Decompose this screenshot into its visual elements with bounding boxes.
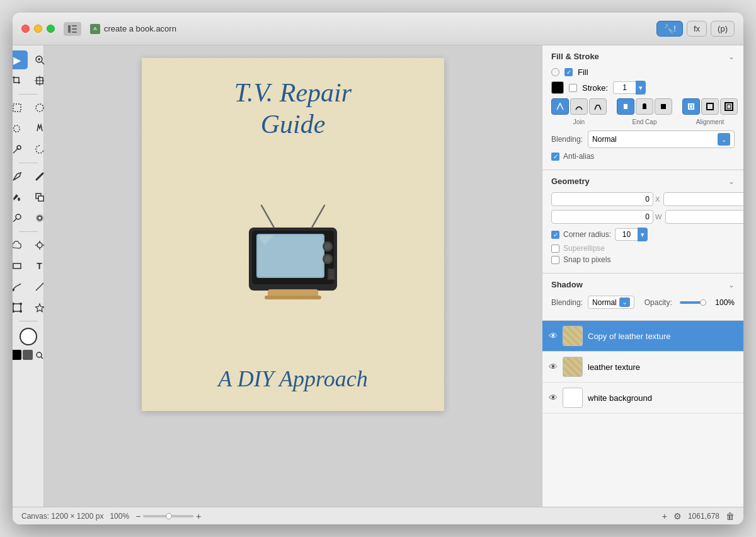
end-cap-square-button[interactable] [655,98,672,115]
xy-row: X Y [551,192,735,206]
svg-point-58 [643,103,646,107]
canvas-area[interactable]: T.V. RepairGuide [44,45,542,507]
shadow-collapse[interactable]: ⌄ [728,280,735,289]
pen-tool-button[interactable] [13,167,28,186]
shadow-blending-select[interactable]: Normal ⌄ [588,296,634,309]
color-circle[interactable] [20,328,37,345]
rect-shape-button[interactable] [13,257,28,275]
black-swatch[interactable] [13,350,21,360]
geometry-collapse[interactable]: ⌄ [728,177,735,186]
zoom-slider-thumb[interactable] [166,513,172,519]
corner-radius-checkbox[interactable]: ✓ [551,231,559,239]
tv-illustration [230,196,356,309]
end-cap-butt-button[interactable] [617,98,634,115]
close-button[interactable] [21,25,30,33]
zoom-level: 100% [110,512,129,521]
zoom-slider-container[interactable]: − + [135,511,201,521]
blending-select[interactable]: Normal ⌄ [588,130,735,148]
tools-sidebar: ▶ [13,45,44,507]
layer-eye-white[interactable]: 👁 [549,393,558,403]
fill-stroke-collapse[interactable]: ⌄ [728,52,735,61]
svg-rect-55 [265,296,321,299]
fx-panel-button[interactable]: fx [687,21,707,37]
zoom-plus-icon[interactable]: + [196,511,201,521]
svg-line-36 [41,357,43,359]
svg-point-17 [16,214,21,219]
coordinates: 1061,678 [688,512,719,521]
svg-line-28 [36,283,43,291]
join-bevel-button[interactable] [589,98,607,115]
superellipse-row: Superellipse [551,244,735,253]
stroke-label: Stroke: [582,83,608,93]
layer-item-leather[interactable]: 👁 leather texture [542,352,743,383]
titlebar-toolbar: 🔧! fx (p) [656,21,735,37]
join-round-button[interactable] [570,98,588,115]
layer-item-white[interactable]: 👁 white background [542,383,743,413]
svg-rect-26 [13,263,21,268]
layer-settings-button[interactable]: ⚙ [673,511,682,521]
vector-shape-button[interactable] [13,298,28,317]
layer-eye-leather[interactable]: 👁 [549,362,558,372]
zoom-minus-icon[interactable]: − [135,511,140,521]
file-tab: A create a book.acorn [90,24,176,34]
cloud-tool-button[interactable] [13,236,28,255]
dodge-tool-button[interactable] [13,209,28,228]
shadow-blending-value: Normal [592,298,617,307]
stroke-dropdown-button[interactable]: ▾ [636,81,646,95]
tools-panel-button[interactable]: 🔧! [656,21,683,37]
layer-item-copy-leather[interactable]: 👁 Copy of leather texture [542,321,743,352]
layer-eye-copy-leather[interactable]: 👁 [549,331,558,341]
zoom-mini-button[interactable] [34,350,45,361]
sidebar-toggle-button[interactable] [64,22,81,36]
anti-alias-row: ✓ Anti-alias [551,152,735,161]
opacity-slider[interactable] [680,301,707,304]
corner-radius-label: Corner radius: [563,230,611,239]
color-quick-access [13,350,45,361]
y-input[interactable] [663,192,743,206]
svg-rect-2 [72,28,77,30]
superellipse-checkbox[interactable] [551,245,559,253]
layer-name-leather: leather texture [588,362,737,372]
align-inside-button[interactable] [682,98,700,115]
stroke-width-input[interactable] [613,81,636,94]
maximize-button[interactable] [47,25,55,33]
w-label: W [655,213,662,221]
add-layer-button[interactable]: + [662,511,667,521]
freehand-select-button[interactable] [13,119,28,138]
anti-alias-checkbox[interactable]: ✓ [551,153,559,161]
opacity-label: Opacity: [644,298,672,307]
opacity-slider-thumb[interactable] [700,299,706,306]
delete-layer-button[interactable]: 🗑 [726,511,735,521]
zoom-slider[interactable] [143,515,193,517]
end-cap-round-button[interactable] [636,98,653,115]
gray-swatch[interactable] [23,350,33,360]
snap-pixels-checkbox[interactable] [551,256,559,264]
x-input[interactable] [551,192,653,206]
h-input[interactable] [665,210,743,224]
select-tool-button[interactable]: ▶ [13,50,28,69]
corner-radius-input[interactable] [615,228,638,241]
corner-radius-dropdown[interactable]: ▾ [638,228,648,241]
svg-marker-34 [35,304,43,312]
minimize-button[interactable] [34,25,42,33]
fill-checkbox[interactable]: ✓ [564,68,573,76]
stroke-checkbox[interactable] [569,84,577,92]
opacity-value: 100% [715,298,735,307]
wand-tool-button[interactable] [13,140,28,159]
align-outside-button[interactable] [720,98,738,115]
stroke-color-swatch[interactable] [551,81,564,94]
bezier-tool-button[interactable] [13,277,28,296]
crop-tool-button[interactable] [13,71,28,90]
svg-rect-64 [725,103,733,110]
join-miter-button[interactable] [551,98,569,115]
scripts-panel-button[interactable]: (p) [711,21,735,37]
rect-select-button[interactable] [13,98,28,117]
book-subtitle: A DIY Approach [218,366,367,392]
fill-tool-button[interactable] [13,188,28,207]
svg-point-27 [13,289,14,291]
fill-radio[interactable] [551,68,559,76]
svg-rect-11 [13,104,21,112]
book-cover: T.V. RepairGuide [142,58,444,411]
w-input[interactable] [551,210,653,224]
align-center-button[interactable] [701,98,719,115]
